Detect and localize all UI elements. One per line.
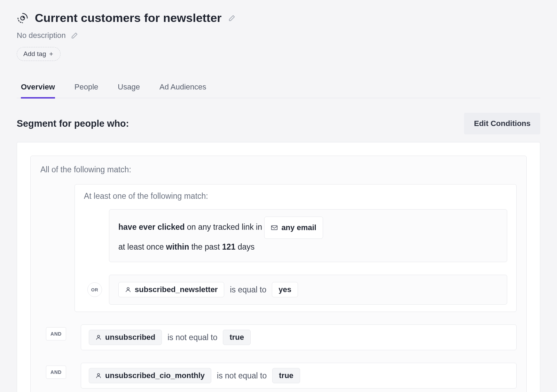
page-title: Current customers for newsletter (35, 11, 222, 25)
value-pill-true[interactable]: true (223, 330, 251, 345)
edit-title-icon[interactable] (228, 14, 236, 22)
edit-conditions-button[interactable]: Edit Conditions (464, 113, 540, 134)
days-count: 121 (222, 242, 235, 251)
attribute-pill-unsubscribed-cio[interactable]: unsubscribed_cio_monthly (89, 368, 211, 383)
attribute-pill-unsubscribed[interactable]: unsubscribed (89, 330, 162, 345)
and-badge: AND (46, 327, 66, 340)
value-text: true (279, 371, 293, 380)
attribute-name: unsubscribed_cio_monthly (105, 371, 205, 380)
operator-text: is equal to (230, 285, 266, 295)
value-pill-true[interactable]: true (272, 368, 300, 383)
tracked-link-text: on any tracked link in (185, 222, 265, 232)
at-least-one-label: At least one of the following match: (84, 191, 507, 201)
plus-icon (48, 51, 54, 57)
operator-text: is not equal to (167, 333, 217, 342)
or-group: At least one of the following match: hav… (74, 184, 517, 312)
svg-point-6 (97, 374, 100, 376)
and-condition-2-row: AND unsubscribed_cio_monthly is not equa… (40, 363, 517, 389)
the-past-text: the past (189, 242, 222, 251)
all-match-label: All of the following match: (40, 165, 517, 174)
tab-usage[interactable]: Usage (118, 78, 140, 98)
tab-ad-audiences[interactable]: Ad Audiences (159, 78, 206, 98)
tab-overview[interactable]: Overview (21, 78, 55, 98)
days-text: days (235, 242, 254, 251)
envelope-icon (271, 225, 278, 230)
attribute-pill-subscribed[interactable]: subscribed_newsletter (118, 282, 224, 297)
or-condition-attribute: subscribed_newsletter is equal to yes (109, 275, 507, 305)
attribute-name: unsubscribed (105, 333, 155, 342)
and-condition-unsubscribed: unsubscribed is not equal to true (81, 324, 517, 350)
edit-description-icon[interactable] (71, 32, 78, 39)
value-pill-yes[interactable]: yes (272, 282, 298, 297)
within-text: within (166, 242, 189, 251)
or-badge: OR (87, 282, 102, 297)
or-condition-event: have ever clicked on any tracked link in… (109, 209, 507, 262)
segment-icon (17, 12, 29, 24)
segment-header: Segment for people who: (17, 118, 129, 129)
add-tag-button[interactable]: Add tag (17, 47, 61, 61)
header-row: Current customers for newsletter (17, 11, 540, 25)
tabs: Overview People Usage Ad Audiences (17, 78, 540, 98)
description-row: No description (17, 31, 540, 40)
at-least-once-text: at least once (118, 242, 166, 251)
svg-rect-3 (272, 226, 277, 230)
person-icon (95, 334, 102, 340)
any-email-label: any email (281, 220, 316, 236)
conditions-card: All of the following match: At least one… (17, 142, 540, 392)
any-email-pill[interactable]: any email (264, 217, 323, 239)
value-text: yes (278, 285, 291, 294)
person-icon (125, 287, 131, 293)
value-text: true (229, 333, 244, 342)
attribute-name: subscribed_newsletter (135, 285, 218, 294)
svg-point-5 (97, 335, 100, 337)
or-condition-2-wrapper: OR subscribed_newsletter is equal (109, 275, 507, 305)
and-condition-unsubscribed-cio: unsubscribed_cio_monthly is not equal to… (81, 363, 517, 389)
operator-text: is not equal to (217, 371, 267, 381)
and-badge: AND (46, 366, 66, 379)
description-text: No description (17, 31, 66, 40)
tab-people[interactable]: People (74, 78, 99, 98)
person-icon (95, 373, 102, 379)
svg-point-4 (127, 288, 129, 290)
have-clicked-text: have ever clicked (118, 222, 185, 232)
or-condition-1-wrapper: have ever clicked on any tracked link in… (109, 209, 507, 262)
and-condition-1-row: AND unsubscribed is not equal to true (40, 324, 517, 350)
outer-and-group: All of the following match: At least one… (30, 156, 527, 392)
add-tag-label: Add tag (23, 50, 46, 58)
